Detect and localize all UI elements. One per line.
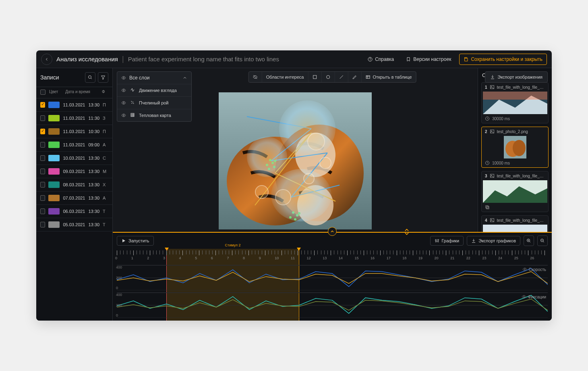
- svg-line-22: [340, 75, 343, 79]
- record-row[interactable]: 09.03.202113:30 М: [36, 165, 112, 178]
- record-datetime: 06.03.202113:30: [63, 209, 99, 214]
- export-image-button[interactable]: Экспорт изображения: [485, 71, 548, 83]
- shape-pen-button[interactable]: [348, 72, 361, 82]
- back-button[interactable]: [41, 54, 52, 65]
- zoom-out-button[interactable]: [537, 236, 548, 246]
- records-select-all[interactable]: [40, 90, 46, 95]
- layers-toggle[interactable]: Все слои: [117, 72, 191, 84]
- records-title: Записи: [40, 74, 83, 81]
- svg-line-83: [530, 242, 531, 243]
- color-swatch: [48, 195, 60, 201]
- stimulus-image: [219, 92, 372, 229]
- layer-type-icon: [130, 88, 135, 93]
- record-row[interactable]: 08.03.202113:30 Х: [36, 178, 112, 192]
- layer-item[interactable]: Пчелиный рой: [117, 97, 191, 109]
- copy-icon: [485, 205, 490, 210]
- records-sidebar: Записи Цвет Дата и время Ф 11.03.202113:…: [36, 68, 113, 321]
- record-row[interactable]: 11.03.202113:30 П: [36, 98, 112, 112]
- open-table-button[interactable]: Открыть в таблице: [361, 72, 416, 82]
- zoom-in-button[interactable]: [524, 236, 534, 246]
- stimuli-sidebar: Стимулы 1 test_file_with_long_file_name.…: [478, 68, 552, 232]
- shape-circle-button[interactable]: [321, 72, 335, 82]
- record-row[interactable]: 07.03.202113:30 А: [36, 192, 112, 205]
- play-icon: [121, 238, 126, 243]
- timeline-ruler[interactable]: Стимул 2 0123456789101112131415161718192…: [117, 249, 548, 263]
- stimulus-card[interactable]: 2 test_photo_2.png 10000 ms: [481, 127, 549, 168]
- chevron-up-icon: [330, 229, 335, 234]
- record-checkbox[interactable]: [40, 129, 45, 134]
- record-checkbox[interactable]: [40, 195, 45, 201]
- record-checkbox[interactable]: [40, 169, 45, 174]
- record-row[interactable]: 11.03.202110:30 П: [36, 125, 112, 138]
- record-checkbox[interactable]: [40, 115, 45, 121]
- record-row[interactable]: 11.03.202111:30 З: [36, 112, 112, 125]
- eye-icon: [522, 267, 527, 272]
- record-extra: З: [103, 116, 108, 121]
- svg-rect-66: [487, 206, 489, 209]
- save-close-button[interactable]: Сохранить настройки и закрыть: [459, 54, 547, 65]
- record-checkbox[interactable]: [40, 182, 45, 188]
- record-extra: П: [103, 102, 108, 107]
- eye-icon: [121, 75, 126, 80]
- record-checkbox[interactable]: [40, 102, 45, 108]
- play-button[interactable]: Запустить: [117, 236, 154, 246]
- versions-button[interactable]: Версии настроек: [402, 54, 455, 65]
- record-extra: С: [103, 156, 108, 160]
- stimulus-card[interactable]: 3 test_file_with_long_file_name.mov: [481, 171, 549, 212]
- color-swatch: [48, 128, 60, 135]
- record-datetime: 05.03.202113:30: [63, 222, 99, 227]
- record-checkbox[interactable]: [40, 222, 45, 227]
- aoi-label: Области интереса: [262, 72, 308, 82]
- layer-item[interactable]: Движение взгляда: [117, 84, 191, 97]
- visibility-toggle[interactable]: [249, 72, 262, 82]
- color-swatch: [48, 155, 60, 161]
- shape-line-button[interactable]: [335, 72, 348, 82]
- layer-item[interactable]: Тепловая карта: [117, 109, 191, 121]
- record-row[interactable]: 11.03.202109:00 А: [36, 138, 112, 152]
- record-datetime: 11.03.202110:30: [63, 129, 99, 134]
- zoom-in-icon: [526, 238, 531, 243]
- record-checkbox[interactable]: [40, 142, 45, 148]
- eye-icon: [121, 88, 126, 93]
- record-row[interactable]: 05.03.202113:30 Т: [36, 218, 112, 231]
- stimulus-thumbnail: [482, 180, 548, 203]
- record-datetime: 10.03.202113:30: [63, 156, 99, 160]
- svg-point-3: [89, 76, 91, 79]
- record-checkbox[interactable]: [40, 208, 45, 214]
- charts-button[interactable]: Графики: [430, 236, 464, 246]
- stimulus-card[interactable]: 1 test_file_with_long_file_name.mov 3000…: [481, 82, 549, 123]
- svg-point-60: [513, 140, 526, 156]
- chevron-left-icon: [44, 57, 49, 62]
- circle-icon: [325, 75, 330, 79]
- timeline-resize-handle[interactable]: [403, 228, 411, 236]
- svg-point-80: [437, 241, 437, 242]
- svg-point-11: [132, 103, 133, 104]
- record-extra: Т: [103, 209, 108, 214]
- record-row[interactable]: 10.03.202113:30 С: [36, 152, 112, 165]
- record-checkbox[interactable]: [40, 155, 45, 161]
- stimulus-number: 1: [485, 85, 487, 90]
- aoi-toolbar: Области интереса Открыть в таблице: [248, 71, 416, 83]
- svg-marker-75: [122, 239, 125, 242]
- stimulus-card[interactable]: 4 test_file_with_long_file_name.mov: [481, 215, 549, 232]
- record-row[interactable]: 06.03.202113:30 Т: [36, 205, 112, 218]
- help-button[interactable]: Справка: [364, 54, 398, 65]
- records-search-button[interactable]: [85, 72, 95, 83]
- timeline-collapse-button[interactable]: [328, 227, 337, 236]
- title-separator: |: [122, 55, 124, 63]
- svg-point-6: [123, 77, 124, 79]
- stimulus-duration: 10000 ms: [492, 161, 510, 165]
- stimulus-name: test_file_with_long_file_name.mov: [497, 85, 545, 90]
- shape-rect-button[interactable]: [308, 72, 321, 82]
- stimulus-name: test_photo_2.png: [497, 129, 545, 134]
- svg-line-87: [543, 242, 545, 243]
- records-filter-button[interactable]: [98, 72, 108, 83]
- layer-label: Пчелиный рой: [139, 100, 169, 105]
- export-charts-button[interactable]: Экспорт графиков: [467, 236, 520, 246]
- col-color: Цвет: [49, 90, 62, 96]
- color-swatch: [48, 142, 60, 148]
- color-swatch: [48, 102, 60, 108]
- svg-rect-2: [465, 57, 467, 58]
- svg-marker-5: [101, 76, 105, 79]
- color-swatch: [48, 115, 60, 121]
